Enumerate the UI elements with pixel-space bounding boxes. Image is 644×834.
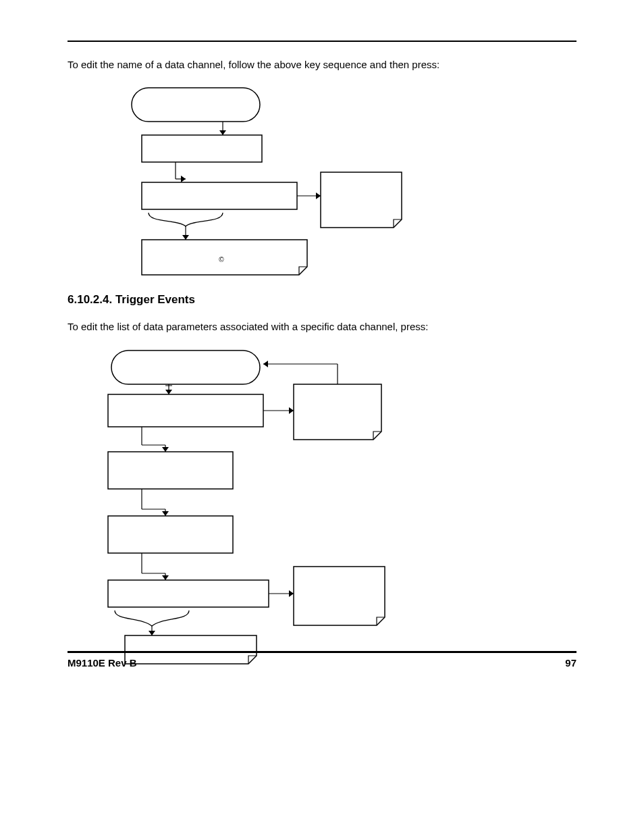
document-page: To edit the name of a data channel, foll… bbox=[0, 0, 644, 834]
svg-rect-36 bbox=[108, 580, 269, 607]
footer-rule bbox=[68, 651, 576, 653]
svg-rect-31 bbox=[108, 516, 233, 553]
intro-paragraph-1: To edit the name of a data channel, foll… bbox=[68, 58, 576, 72]
svg-rect-8 bbox=[142, 182, 297, 209]
svg-marker-5 bbox=[181, 176, 186, 182]
svg-rect-19 bbox=[108, 394, 263, 427]
svg-marker-14 bbox=[263, 361, 268, 367]
svg-marker-40 bbox=[149, 631, 155, 635]
top-rule bbox=[68, 41, 576, 42]
svg-marker-35 bbox=[162, 575, 169, 580]
svg-marker-1 bbox=[219, 130, 226, 135]
page-footer: M9110E Rev B 97 bbox=[68, 651, 576, 669]
svg-rect-2 bbox=[142, 135, 262, 162]
copyright-mark: © bbox=[219, 256, 224, 263]
svg-rect-26 bbox=[108, 452, 233, 489]
footer-page-number: 97 bbox=[565, 657, 576, 669]
flowchart-1: © bbox=[68, 81, 576, 284]
svg-marker-38 bbox=[289, 590, 294, 597]
svg-marker-12 bbox=[182, 235, 189, 240]
svg-marker-17 bbox=[165, 390, 172, 394]
svg-marker-30 bbox=[162, 511, 169, 516]
svg-marker-21 bbox=[289, 407, 294, 414]
svg-marker-25 bbox=[162, 447, 169, 452]
intro-paragraph-2: To edit the list of data parameters asso… bbox=[68, 320, 576, 334]
section-heading: 6.10.2.4. Trigger Events bbox=[68, 293, 576, 307]
flowchart-2 bbox=[68, 344, 576, 668]
footer-doc-id: M9110E Rev B bbox=[68, 657, 137, 669]
svg-marker-10 bbox=[316, 192, 321, 199]
